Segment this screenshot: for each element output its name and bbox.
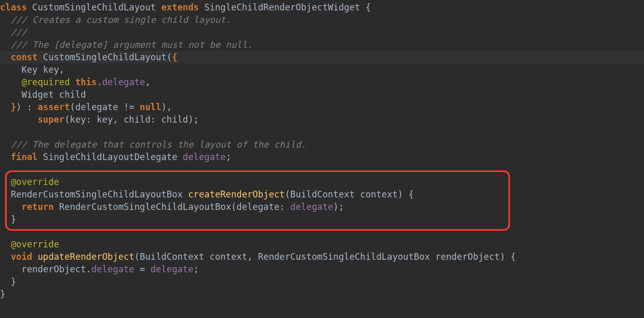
keyword-extends: extends <box>161 2 198 12</box>
code-line: const CustomSingleChildLayout({ <box>0 51 644 63</box>
code-line: Key key, <box>0 63 644 76</box>
doc-comment: /// <box>0 27 27 37</box>
doc-comment: /// The delegate that controls the layou… <box>0 139 306 150</box>
keyword-final: final <box>11 152 38 162</box>
annotation: @required <box>21 77 70 87</box>
keyword-void: void <box>11 251 32 262</box>
code-line: /// The [delegate] argument must not be … <box>0 38 644 51</box>
field-ref: delegate <box>151 264 194 274</box>
code-line: }) : assert(delegate != null), <box>0 101 644 113</box>
code-line: /// The delegate that controls the layou… <box>0 138 644 151</box>
keyword-return: return <box>21 202 53 212</box>
code-line: class CustomSingleChildLayout extends Si… <box>0 1 644 14</box>
code-line <box>0 163 644 176</box>
keyword-class: class <box>0 2 27 12</box>
keyword-const: const <box>11 52 38 62</box>
annotation-override: @override <box>11 239 59 249</box>
doc-comment: /// Creates a custom single child layout… <box>0 15 231 25</box>
annotation-override: @override <box>11 177 59 187</box>
field-ref: delegate <box>102 77 145 87</box>
method-name: updateRenderObject <box>37 251 134 262</box>
code-line: super(key: key, child: child); <box>0 113 644 126</box>
code-line: @required this.delegate, <box>0 76 644 88</box>
field-ref: delegate <box>290 202 333 212</box>
code-line: } <box>0 213 644 226</box>
code-line: Widget child <box>0 88 644 101</box>
code-line: return RenderCustomSingleChildLayoutBox(… <box>0 201 644 213</box>
keyword-null: null <box>140 102 161 112</box>
keyword-super: super <box>37 114 64 125</box>
code-editor[interactable]: class CustomSingleChildLayout extends Si… <box>0 0 644 300</box>
code-line: /// Creates a custom single child layout… <box>0 14 644 26</box>
code-line: void updateRenderObject(BuildContext con… <box>0 250 644 263</box>
code-line: } <box>0 288 644 300</box>
keyword-this: this <box>75 77 97 87</box>
code-line: /// <box>0 26 644 38</box>
keyword-assert: assert <box>37 102 70 112</box>
field-ref: delegate <box>91 264 135 274</box>
code-line <box>0 126 644 138</box>
code-line: renderObject.delegate = delegate; <box>0 263 644 275</box>
code-line: final SingleChildLayoutDelegate delegate… <box>0 151 644 163</box>
field-decl: delegate <box>183 152 226 162</box>
code-line: @override <box>0 176 644 188</box>
code-line: @override <box>0 238 644 250</box>
method-name: createRenderObject <box>188 189 285 200</box>
code-line: RenderCustomSingleChildLayoutBox createR… <box>0 188 644 201</box>
doc-comment: /// The [ <box>0 39 59 50</box>
code-line: } <box>0 275 644 288</box>
code-line <box>0 226 644 238</box>
